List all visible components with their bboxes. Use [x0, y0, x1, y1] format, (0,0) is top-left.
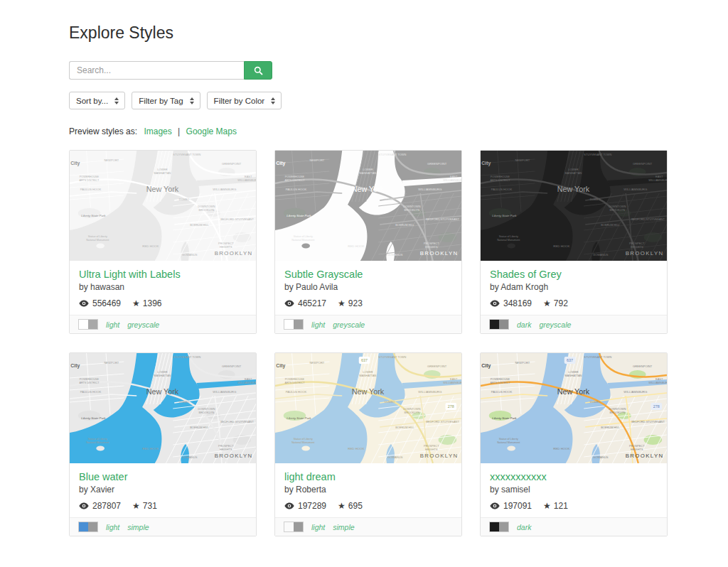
svg-text:New York: New York — [352, 185, 385, 193]
favorites-count: 923 — [348, 298, 363, 308]
search-bar — [69, 61, 619, 80]
style-tag[interactable]: greyscale — [333, 320, 365, 329]
svg-text:NEWPORT: NEWPORT — [515, 158, 530, 162]
style-tag[interactable]: greyscale — [539, 320, 571, 329]
svg-text:BOERUM HILL: BOERUM HILL — [395, 223, 414, 227]
svg-text:LOWER: LOWER — [157, 370, 168, 374]
filter-by-tag-label: Filter by Tag — [139, 97, 183, 105]
preview-as-maps-link[interactable]: Google Maps — [186, 126, 237, 136]
style-tag[interactable]: dark — [517, 523, 531, 531]
style-title-link[interactable]: xxxxxxxxxxx — [490, 471, 658, 482]
style-tag[interactable]: light — [311, 320, 325, 329]
svg-text:WILLIAMSBURG: WILLIAMSBURG — [213, 390, 237, 394]
svg-text:POWERHOUSE: POWERHOUSE — [80, 378, 100, 381]
style-tag[interactable]: light — [311, 523, 325, 531]
search-input[interactable] — [69, 61, 244, 80]
svg-text:STUYVESANT TOWN: STUYVESANT TOWN — [584, 153, 611, 156]
preview-as-images-link[interactable]: Images — [144, 126, 171, 136]
map-preview[interactable]: 278 637 City NEWPORT STUYVESANT TOWN GRE… — [481, 151, 667, 261]
svg-text:DUMBO: DUMBO — [179, 400, 190, 404]
views-icon — [490, 502, 500, 509]
svg-text:HEIGHTS: HEIGHTS — [631, 448, 643, 451]
style-stats: 348169 ★ 792 — [490, 298, 658, 308]
svg-text:MANHATTAN: MANHATTAN — [154, 374, 171, 377]
svg-text:HEIGHTS: HEIGHTS — [220, 245, 232, 249]
style-card-footer: light simple — [275, 517, 461, 536]
style-author: by samisel — [490, 485, 658, 495]
svg-text:City: City — [276, 363, 285, 369]
svg-text:BEDFORD-STUYVESANT: BEDFORD-STUYVESANT — [631, 420, 665, 423]
style-card-footer: dark greyscale — [481, 315, 667, 333]
svg-text:PAULUS HOOK: PAULUS HOOK — [491, 188, 513, 191]
svg-text:GOWANUS: GOWANUS — [182, 253, 198, 256]
style-tag[interactable]: light — [106, 523, 119, 531]
svg-text:Statue of Liberty: Statue of Liberty — [499, 235, 518, 238]
map-preview[interactable]: 278 637 City NEWPORT STUYVESANT TOWN GRE… — [481, 353, 667, 463]
sort-by-select[interactable]: Sort by... — [69, 92, 125, 109]
style-title-link[interactable]: Blue water — [79, 471, 247, 482]
map-preview[interactable]: 278 637 City NEWPORT STUYVESANT TOWN GRE… — [275, 353, 461, 463]
svg-text:EAST: EAST — [245, 377, 252, 381]
style-title-link[interactable]: light dream — [284, 471, 452, 482]
svg-text:BROOKLYN: BROOKLYN — [420, 453, 459, 459]
svg-text:City: City — [481, 363, 491, 369]
svg-text:EAST: EAST — [450, 175, 458, 178]
style-card-footer: light greyscale — [70, 315, 256, 333]
style-tag[interactable]: greyscale — [127, 320, 159, 329]
svg-text:BOERUM HILL: BOERUM HILL — [601, 223, 620, 227]
svg-text:BROOKLYN: BROOKLYN — [199, 411, 215, 414]
svg-text:National Monument: National Monument — [291, 441, 315, 444]
svg-text:BROOKLYN: BROOKLYN — [420, 250, 459, 256]
svg-text:National Monument: National Monument — [86, 441, 109, 444]
swatch-color — [284, 320, 294, 329]
swatch-color — [284, 522, 294, 531]
style-title-link[interactable]: Subtle Grayscale — [284, 269, 452, 280]
svg-text:MANHATTAN: MANHATTAN — [360, 171, 377, 175]
svg-text:ARTS DISTRICT: ARTS DISTRICT — [490, 382, 510, 384]
views-icon — [284, 300, 294, 307]
svg-text:WILLIAMSBURG: WILLIAMSBURG — [648, 178, 667, 182]
svg-text:MANHATTAN: MANHATTAN — [565, 374, 582, 377]
views-count: 556469 — [92, 298, 121, 308]
svg-text:HEIGHTS: HEIGHTS — [425, 448, 438, 451]
svg-text:STUYVESANT TOWN: STUYVESANT TOWN — [173, 355, 200, 359]
svg-text:BROOKLYN: BROOKLYN — [199, 208, 215, 212]
search-button[interactable] — [244, 61, 272, 80]
svg-text:EAST: EAST — [450, 377, 458, 381]
style-author: by Roberta — [284, 485, 452, 495]
svg-text:WILLIAMSBURG: WILLIAMSBURG — [648, 381, 667, 384]
map-preview[interactable]: 278 637 City NEWPORT STUYVESANT TOWN GRE… — [70, 151, 256, 261]
filter-by-color-select[interactable]: Filter by Color — [207, 92, 282, 109]
views-count: 287807 — [92, 501, 121, 511]
svg-text:GREENPOINT: GREENPOINT — [427, 162, 447, 166]
svg-text:GOWANUS: GOWANUS — [593, 253, 609, 256]
svg-text:PAULUS HOOK: PAULUS HOOK — [286, 188, 307, 191]
svg-text:WILLIAMSBURG: WILLIAMSBURG — [623, 390, 648, 394]
views-count: 465217 — [298, 298, 326, 308]
svg-text:BROOKLYN: BROOKLYN — [626, 250, 664, 256]
svg-text:NEWPORT: NEWPORT — [104, 361, 119, 364]
svg-text:PAULUS HOOK: PAULUS HOOK — [80, 390, 102, 394]
style-color-swatch — [78, 319, 98, 330]
map-preview[interactable]: 278 637 City NEWPORT STUYVESANT TOWN GRE… — [70, 353, 256, 463]
svg-text:Statue of Liberty: Statue of Liberty — [88, 235, 107, 238]
svg-text:BEDFORD-STUYVESANT: BEDFORD-STUYVESANT — [426, 217, 459, 221]
svg-text:NEWPORT: NEWPORT — [309, 361, 324, 364]
style-tag[interactable]: dark — [517, 320, 531, 329]
style-card: 278 637 City NEWPORT STUYVESANT TOWN GRE… — [480, 150, 668, 334]
svg-text:GREENPOINT: GREENPOINT — [633, 364, 653, 368]
star-icon: ★ — [543, 501, 551, 511]
style-title-link[interactable]: Shades of Grey — [490, 269, 658, 280]
style-author: by Paulo Avila — [284, 282, 452, 292]
swatch-color — [490, 522, 499, 531]
style-tag[interactable]: simple — [127, 523, 149, 531]
svg-text:WILLIAMSBURG: WILLIAMSBURG — [213, 188, 237, 191]
svg-text:LOWER: LOWER — [568, 370, 579, 374]
map-preview[interactable]: 278 637 City NEWPORT STUYVESANT TOWN GRE… — [275, 151, 461, 261]
style-title-link[interactable]: Ultra Light with Labels — [79, 269, 247, 280]
filter-by-tag-select[interactable]: Filter by Tag — [132, 92, 200, 109]
page-title: Explore Styles — [69, 23, 619, 43]
style-tag[interactable]: simple — [333, 523, 354, 531]
style-tag[interactable]: light — [106, 320, 119, 329]
svg-text:DUMBO: DUMBO — [179, 198, 190, 201]
